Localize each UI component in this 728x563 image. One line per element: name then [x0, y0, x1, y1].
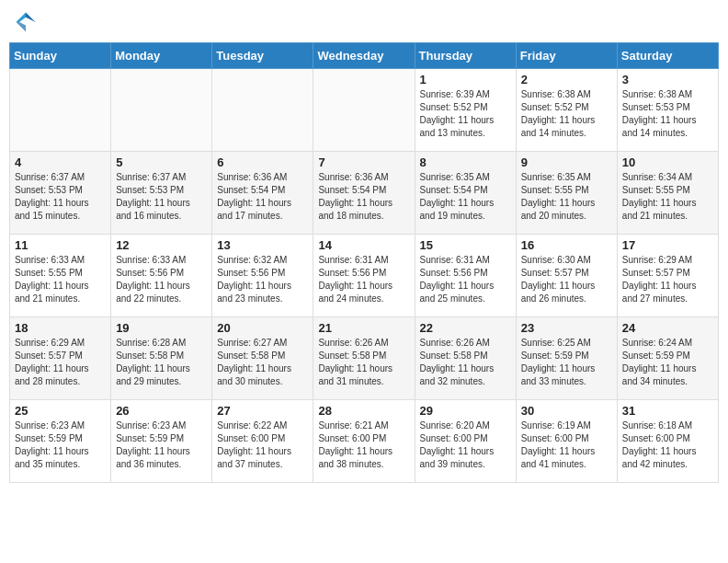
calendar-cell: 23Sunrise: 6:25 AM Sunset: 5:59 PM Dayli… — [516, 317, 617, 400]
calendar-cell: 1Sunrise: 6:39 AM Sunset: 5:52 PM Daylig… — [415, 69, 516, 152]
day-info: Sunrise: 6:23 AM Sunset: 5:59 PM Dayligh… — [116, 419, 207, 471]
calendar-cell: 12Sunrise: 6:33 AM Sunset: 5:56 PM Dayli… — [111, 235, 212, 317]
day-number: 29 — [420, 404, 511, 418]
day-info: Sunrise: 6:26 AM Sunset: 5:58 PM Dayligh… — [420, 337, 511, 388]
day-info: Sunrise: 6:18 AM Sunset: 6:00 PM Dayligh… — [622, 419, 713, 471]
calendar-cell: 26Sunrise: 6:23 AM Sunset: 5:59 PM Dayli… — [111, 400, 212, 483]
calendar-cell: 30Sunrise: 6:19 AM Sunset: 6:00 PM Dayli… — [516, 400, 617, 483]
calendar-cell: 17Sunrise: 6:29 AM Sunset: 5:57 PM Dayli… — [617, 235, 718, 317]
day-header-thursday: Thursday — [415, 43, 516, 69]
day-info: Sunrise: 6:29 AM Sunset: 5:57 PM Dayligh… — [15, 337, 106, 388]
calendar-cell: 24Sunrise: 6:24 AM Sunset: 5:59 PM Dayli… — [617, 317, 718, 400]
calendar-cell — [313, 69, 415, 152]
day-number: 23 — [521, 321, 612, 335]
calendar-cell — [212, 69, 313, 152]
page-header — [9, 9, 719, 35]
calendar-cell: 21Sunrise: 6:26 AM Sunset: 5:58 PM Dayli… — [313, 317, 415, 400]
day-info: Sunrise: 6:38 AM Sunset: 5:53 PM Dayligh… — [622, 88, 713, 140]
calendar-cell: 9Sunrise: 6:35 AM Sunset: 5:55 PM Daylig… — [516, 152, 617, 235]
calendar-cell: 31Sunrise: 6:18 AM Sunset: 6:00 PM Dayli… — [617, 400, 718, 483]
calendar-cell: 19Sunrise: 6:28 AM Sunset: 5:58 PM Dayli… — [111, 317, 212, 400]
calendar-cell — [10, 69, 111, 152]
day-info: Sunrise: 6:20 AM Sunset: 6:00 PM Dayligh… — [420, 419, 511, 471]
week-row-5: 25Sunrise: 6:23 AM Sunset: 5:59 PM Dayli… — [10, 400, 719, 483]
calendar-cell: 16Sunrise: 6:30 AM Sunset: 5:57 PM Dayli… — [516, 235, 617, 317]
day-info: Sunrise: 6:31 AM Sunset: 5:56 PM Dayligh… — [318, 254, 409, 305]
day-number: 26 — [116, 404, 207, 418]
day-number: 27 — [217, 404, 308, 418]
day-info: Sunrise: 6:23 AM Sunset: 5:59 PM Dayligh… — [15, 419, 106, 471]
day-number: 13 — [217, 238, 308, 252]
day-number: 19 — [116, 321, 207, 335]
day-number: 11 — [15, 238, 106, 252]
day-info: Sunrise: 6:35 AM Sunset: 5:54 PM Dayligh… — [420, 171, 511, 223]
day-number: 1 — [420, 73, 511, 86]
day-header-friday: Friday — [516, 43, 617, 69]
calendar-cell: 7Sunrise: 6:36 AM Sunset: 5:54 PM Daylig… — [313, 152, 415, 235]
day-number: 9 — [521, 155, 612, 169]
day-number: 2 — [521, 73, 612, 86]
week-row-2: 4Sunrise: 6:37 AM Sunset: 5:53 PM Daylig… — [10, 152, 719, 235]
week-row-3: 11Sunrise: 6:33 AM Sunset: 5:55 PM Dayli… — [10, 235, 719, 317]
day-number: 31 — [622, 404, 713, 418]
day-header-tuesday: Tuesday — [212, 43, 313, 69]
day-number: 20 — [217, 321, 308, 335]
day-info: Sunrise: 6:36 AM Sunset: 5:54 PM Dayligh… — [318, 171, 409, 223]
calendar-cell: 3Sunrise: 6:38 AM Sunset: 5:53 PM Daylig… — [617, 69, 718, 152]
logo — [13, 9, 42, 35]
calendar-cell: 28Sunrise: 6:21 AM Sunset: 6:00 PM Dayli… — [313, 400, 415, 483]
day-info: Sunrise: 6:26 AM Sunset: 5:58 PM Dayligh… — [318, 337, 409, 388]
calendar-cell: 13Sunrise: 6:32 AM Sunset: 5:56 PM Dayli… — [212, 235, 313, 317]
calendar-cell: 29Sunrise: 6:20 AM Sunset: 6:00 PM Dayli… — [415, 400, 516, 483]
svg-marker-1 — [17, 13, 27, 23]
calendar-cell: 11Sunrise: 6:33 AM Sunset: 5:55 PM Dayli… — [10, 235, 111, 317]
day-number: 24 — [622, 321, 713, 335]
day-number: 7 — [318, 155, 409, 169]
day-number: 14 — [318, 238, 409, 252]
day-info: Sunrise: 6:22 AM Sunset: 6:00 PM Dayligh… — [217, 419, 308, 471]
day-header-saturday: Saturday — [617, 43, 718, 69]
day-info: Sunrise: 6:19 AM Sunset: 6:00 PM Dayligh… — [521, 419, 612, 471]
svg-marker-2 — [17, 22, 27, 32]
day-info: Sunrise: 6:37 AM Sunset: 5:53 PM Dayligh… — [116, 171, 207, 223]
calendar-cell: 15Sunrise: 6:31 AM Sunset: 5:56 PM Dayli… — [415, 235, 516, 317]
calendar-cell: 10Sunrise: 6:34 AM Sunset: 5:55 PM Dayli… — [617, 152, 718, 235]
calendar-cell — [111, 69, 212, 152]
day-info: Sunrise: 6:31 AM Sunset: 5:56 PM Dayligh… — [420, 254, 511, 305]
calendar-cell: 20Sunrise: 6:27 AM Sunset: 5:58 PM Dayli… — [212, 317, 313, 400]
day-info: Sunrise: 6:34 AM Sunset: 5:55 PM Dayligh… — [622, 171, 713, 223]
day-info: Sunrise: 6:36 AM Sunset: 5:54 PM Dayligh… — [217, 171, 308, 223]
day-number: 21 — [318, 321, 409, 335]
calendar: SundayMondayTuesdayWednesdayThursdayFrid… — [9, 42, 719, 483]
header-row: SundayMondayTuesdayWednesdayThursdayFrid… — [10, 43, 719, 69]
day-header-wednesday: Wednesday — [313, 43, 415, 69]
calendar-cell: 22Sunrise: 6:26 AM Sunset: 5:58 PM Dayli… — [415, 317, 516, 400]
day-header-monday: Monday — [111, 43, 212, 69]
calendar-cell: 14Sunrise: 6:31 AM Sunset: 5:56 PM Dayli… — [313, 235, 415, 317]
day-number: 22 — [420, 321, 511, 335]
day-number: 12 — [116, 238, 207, 252]
week-row-4: 18Sunrise: 6:29 AM Sunset: 5:57 PM Dayli… — [10, 317, 719, 400]
calendar-cell: 8Sunrise: 6:35 AM Sunset: 5:54 PM Daylig… — [415, 152, 516, 235]
logo-icon — [13, 9, 39, 35]
day-header-sunday: Sunday — [10, 43, 111, 69]
day-info: Sunrise: 6:21 AM Sunset: 6:00 PM Dayligh… — [318, 419, 409, 471]
calendar-cell: 25Sunrise: 6:23 AM Sunset: 5:59 PM Dayli… — [10, 400, 111, 483]
day-number: 16 — [521, 238, 612, 252]
day-number: 25 — [15, 404, 106, 418]
day-number: 8 — [420, 155, 511, 169]
calendar-cell: 4Sunrise: 6:37 AM Sunset: 5:53 PM Daylig… — [10, 152, 111, 235]
calendar-cell: 27Sunrise: 6:22 AM Sunset: 6:00 PM Dayli… — [212, 400, 313, 483]
day-number: 28 — [318, 404, 409, 418]
calendar-cell: 6Sunrise: 6:36 AM Sunset: 5:54 PM Daylig… — [212, 152, 313, 235]
day-number: 3 — [622, 73, 713, 86]
day-number: 15 — [420, 238, 511, 252]
calendar-cell: 5Sunrise: 6:37 AM Sunset: 5:53 PM Daylig… — [111, 152, 212, 235]
day-info: Sunrise: 6:25 AM Sunset: 5:59 PM Dayligh… — [521, 337, 612, 388]
calendar-cell: 2Sunrise: 6:38 AM Sunset: 5:52 PM Daylig… — [516, 69, 617, 152]
day-number: 10 — [622, 155, 713, 169]
day-info: Sunrise: 6:38 AM Sunset: 5:52 PM Dayligh… — [521, 88, 612, 140]
day-info: Sunrise: 6:37 AM Sunset: 5:53 PM Dayligh… — [15, 171, 106, 223]
day-info: Sunrise: 6:29 AM Sunset: 5:57 PM Dayligh… — [622, 254, 713, 305]
day-info: Sunrise: 6:30 AM Sunset: 5:57 PM Dayligh… — [521, 254, 612, 305]
